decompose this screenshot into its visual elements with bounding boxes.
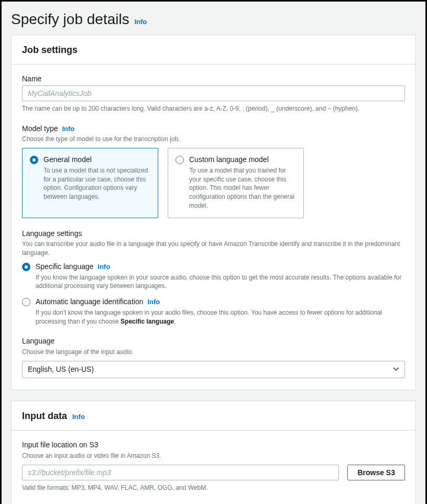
auto-language-title: Automatic language identification	[36, 297, 143, 307]
name-label: Name	[22, 74, 41, 84]
general-model-title: General model	[43, 155, 150, 165]
name-input[interactable]	[22, 85, 405, 101]
page-info-link[interactable]: Info	[135, 17, 147, 27]
chevron-down-icon	[393, 367, 399, 371]
model-type-info-link[interactable]: Info	[62, 124, 74, 134]
radio-icon	[30, 156, 38, 164]
radio-icon	[22, 298, 30, 306]
input-data-info-link[interactable]: Info	[72, 412, 85, 422]
name-help: The name can be up to 200 characters lon…	[22, 104, 405, 113]
specific-language-desc: If you know the language spoken in your …	[36, 273, 405, 291]
radio-icon	[176, 156, 184, 164]
page-title: Specify job details	[11, 9, 129, 29]
model-type-label: Model type	[22, 124, 58, 134]
auto-language-desc: If you don't know the language spoken in…	[36, 308, 405, 326]
specific-language-info-link[interactable]: Info	[98, 262, 111, 272]
auto-language-radio[interactable]: Automatic language identification Info I…	[22, 297, 405, 326]
language-help: Choose the language of the input audio.	[22, 348, 405, 357]
specific-language-title: Specific language	[36, 262, 94, 272]
job-settings-panel: Job settings Name The name can be up to …	[11, 35, 416, 390]
custom-model-desc: To use a model that you trained for your…	[189, 166, 296, 210]
specific-language-radio[interactable]: Specific language Info If you know the l…	[22, 262, 405, 291]
s3-location-input[interactable]	[22, 465, 339, 480]
language-settings-label: Language settings	[22, 229, 82, 239]
model-type-general-tile[interactable]: General model To use a model that is not…	[22, 148, 158, 218]
model-type-help: Choose the type of model to use for the …	[22, 135, 405, 144]
auto-language-info-link[interactable]: Info	[147, 297, 160, 307]
language-settings-help: You can transcribe your audio file in a …	[22, 240, 405, 258]
job-settings-heading: Job settings	[22, 44, 78, 57]
language-select-value: English, US (en-US)	[28, 365, 94, 373]
input-data-heading: Input data	[22, 410, 67, 423]
input-data-panel: Input data Info Input file location on S…	[11, 401, 416, 504]
s3-formats-help: Valid file formats: MP3, MP4, WAV, FLAC,…	[22, 484, 405, 492]
browse-s3-button[interactable]: Browse S3	[347, 465, 405, 480]
radio-icon	[22, 263, 30, 271]
custom-model-title: Custom language model	[189, 155, 296, 165]
language-select[interactable]: English, US (en-US)	[22, 361, 405, 379]
language-label: Language	[22, 336, 54, 347]
general-model-desc: To use a model that is not specialized f…	[43, 166, 150, 201]
model-type-custom-tile[interactable]: Custom language model To use a model tha…	[168, 148, 304, 218]
s3-location-help: Choose an input audio or video file in A…	[22, 452, 405, 460]
s3-location-label: Input file location on S3	[22, 440, 98, 451]
